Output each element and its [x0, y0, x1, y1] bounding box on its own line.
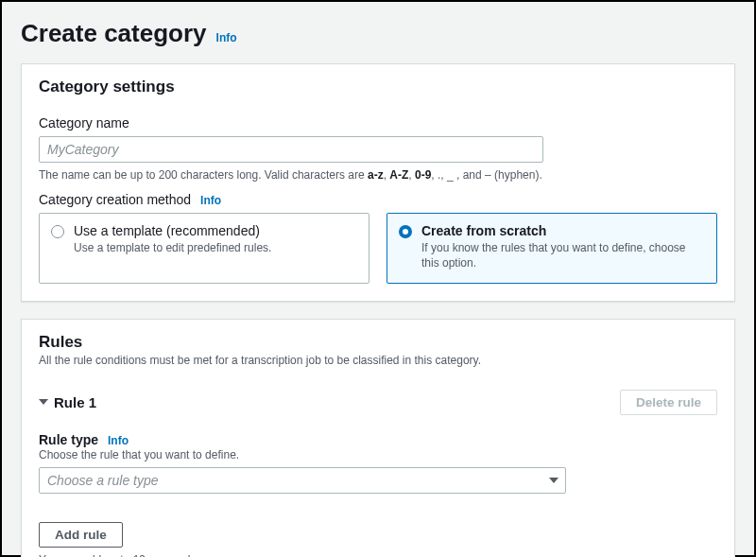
help-suffix: , ., _ , and – (hyphen). — [431, 168, 541, 182]
creation-method-label: Category creation method — [39, 192, 191, 207]
rule-type-select-wrap: Choose a rule type — [39, 467, 566, 494]
help-bold-1: a-z — [368, 168, 384, 182]
info-link-header[interactable]: Info — [216, 31, 237, 44]
help-sep-2: , — [408, 168, 415, 182]
rule-type-select[interactable]: Choose a rule type — [39, 467, 566, 494]
rule-type-desc: Choose the rule that you want to define. — [39, 448, 717, 461]
option-template-title: Use a template (recommended) — [74, 223, 271, 238]
info-link-creation-method[interactable]: Info — [200, 194, 221, 207]
info-link-rule-type[interactable]: Info — [108, 434, 129, 447]
option-use-template[interactable]: Use a template (recommended) Use a templ… — [39, 213, 369, 283]
rule-type-label-row: Rule type Info — [39, 432, 717, 447]
help-bold-3: 0-9 — [415, 168, 431, 182]
creation-method-options: Use a template (recommended) Use a templ… — [39, 213, 717, 283]
option-template-desc: Use a template to edit predefined rules. — [74, 240, 271, 255]
radio-icon — [51, 225, 64, 238]
category-settings-header: Category settings — [22, 64, 734, 106]
rules-subtitle: All the rule conditions must be met for … — [39, 354, 717, 367]
creation-method-label-row: Category creation method Info — [39, 192, 717, 207]
category-name-input[interactable] — [39, 136, 543, 163]
help-prefix: The name can be up to 200 characters lon… — [39, 168, 368, 182]
category-settings-panel: Category settings Category name The name… — [21, 63, 735, 302]
rule-1-toggle[interactable]: Rule 1 — [39, 394, 96, 410]
rules-title: Rules — [39, 333, 717, 352]
add-rule-button[interactable]: Add rule — [39, 522, 123, 548]
category-name-help: The name can be up to 200 characters lon… — [39, 167, 717, 183]
add-rule-help: You can add up to 19 more rules. — [39, 553, 717, 557]
page-root: Create category Info Category settings C… — [0, 0, 756, 557]
rule-1-body: Rule type Info Choose the rule that you … — [22, 423, 734, 511]
radio-icon — [399, 225, 412, 238]
rules-header: Rules All the rule conditions must be me… — [22, 320, 734, 376]
delete-rule-button[interactable]: Delete rule — [620, 390, 717, 415]
option-scratch-desc: If you know the rules that you want to d… — [421, 240, 705, 270]
option-scratch-title: Create from scratch — [421, 223, 705, 238]
category-settings-title: Category settings — [39, 78, 717, 96]
page-title: Create category — [21, 19, 207, 48]
category-name-label: Category name — [39, 115, 717, 131]
rule-1-header-row: Rule 1 Delete rule — [22, 376, 734, 423]
rule-1-label: Rule 1 — [54, 394, 96, 410]
rules-panel: Rules All the rule conditions must be me… — [21, 319, 735, 557]
page-header: Create category Info — [2, 11, 754, 63]
category-settings-body: Category name The name can be up to 200 … — [22, 115, 734, 301]
add-rule-section: Add rule You can add up to 19 more rules… — [22, 511, 734, 557]
rule-type-label: Rule type — [39, 432, 98, 447]
option-create-from-scratch[interactable]: Create from scratch If you know the rule… — [387, 213, 717, 283]
chevron-down-icon — [39, 399, 48, 405]
option-scratch-content: Create from scratch If you know the rule… — [421, 223, 705, 270]
option-template-content: Use a template (recommended) Use a templ… — [74, 223, 271, 255]
help-bold-2: A-Z — [389, 168, 408, 182]
